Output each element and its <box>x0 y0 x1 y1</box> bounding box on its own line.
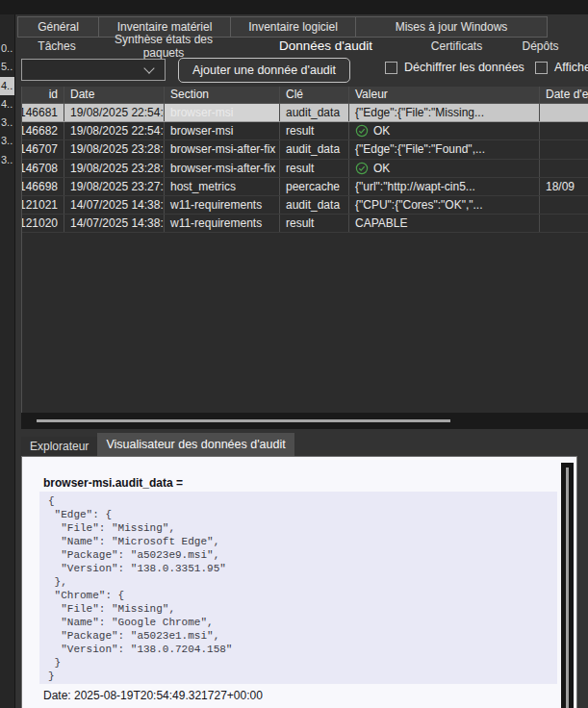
table-cell-id: 146681 <box>22 104 64 121</box>
vertical-scrollbar[interactable] <box>561 463 574 708</box>
table-cell-value: {"CPU":{"Cores":"OK","... <box>349 196 540 214</box>
table-cell-value: {"Edge":{"File":"Missing... <box>349 104 540 121</box>
table-cell-key: result <box>280 160 349 177</box>
table-cell-date: 19/08/2025 22:54:49 <box>64 122 165 139</box>
left-strip-row[interactable]: 3.. <box>0 151 14 169</box>
table-header-row: id Date Section Clé Valeur Date d'expira… <box>22 87 588 104</box>
table-cell-section: browser-msi <box>165 104 280 121</box>
left-strip-row[interactable]: 4.. <box>0 95 14 114</box>
table-row[interactable]: 12102114/07/2025 14:38:12w11-requirement… <box>22 196 588 215</box>
tab-explorateur[interactable]: Explorateur <box>21 437 97 456</box>
table-cell-key: peercache <box>280 178 349 195</box>
tab-mises-a-jour-windows[interactable]: Mises à jour Windows <box>356 16 548 38</box>
table-cell-exp <box>540 140 588 158</box>
table-cell-id: 146682 <box>22 122 64 139</box>
table-cell-value: OK <box>349 122 540 139</box>
table-row[interactable]: 14668119/08/2025 22:54:49browser-msiaudi… <box>22 104 588 122</box>
viewer-title: browser-msi.audit_data = <box>43 476 183 490</box>
horizontal-scrollbar-thumb[interactable] <box>37 419 450 422</box>
table-cell-section: host_metrics <box>165 178 280 195</box>
decrypt-data-checkbox[interactable]: Déchiffrer les données <box>385 61 524 74</box>
chevron-down-icon <box>143 63 154 73</box>
table-body: 14668119/08/2025 22:54:49browser-msiaudi… <box>22 104 588 233</box>
tab-inventaire-logiciel[interactable]: Inventaire logiciel <box>231 16 356 38</box>
table-cell-section: browser-msi-after-fix <box>165 160 280 177</box>
table-cell-section: w11-requirements <box>165 215 280 232</box>
left-strip-row[interactable]: 3.. <box>0 132 14 150</box>
table-cell-section: browser-msi <box>165 122 280 139</box>
table-cell-section: browser-msi-after-fix <box>165 140 280 158</box>
viewer-date-line: Date: 2025-08-19T20:54:49.321727+00:00 <box>43 689 263 702</box>
table-row[interactable]: 12102014/07/2025 14:38:12w11-requirement… <box>22 215 588 233</box>
table-cell-date: 19/08/2025 23:28:48 <box>64 160 165 177</box>
checkbox-icon[interactable] <box>385 62 397 74</box>
table-cell-section: w11-requirements <box>165 196 280 214</box>
column-header-date[interactable]: Date <box>64 87 165 103</box>
column-header-valeur[interactable]: Valeur <box>349 87 540 103</box>
tab-depots[interactable]: Dépôts <box>493 39 588 53</box>
tab-general[interactable]: Général <box>17 16 99 38</box>
tab-donnees-audit[interactable]: Données d'audit <box>231 38 421 53</box>
table-cell-value: {"url":"http://wapt-cin5... <box>349 178 540 195</box>
table-row[interactable]: 14670719/08/2025 23:28:48browser-msi-aft… <box>22 140 588 159</box>
audit-data-table: id Date Section Clé Valeur Date d'expira… <box>21 87 588 413</box>
table-cell-key: result <box>280 122 349 139</box>
window-top-strip <box>0 0 588 14</box>
horizontal-scrollbar[interactable] <box>21 413 588 429</box>
table-cell-id: 146707 <box>22 140 64 158</box>
column-header-cle[interactable]: Clé <box>280 87 349 103</box>
table-cell-id: 146708 <box>22 160 64 177</box>
tab-certificats[interactable]: Certificats <box>421 39 493 53</box>
tab-visualisateur-donnees-audit[interactable]: Visualisateur des données d'audit <box>97 433 294 456</box>
table-cell-exp <box>540 122 588 139</box>
table-cell-exp <box>540 104 588 121</box>
table-cell-date: 19/08/2025 22:54:49 <box>64 104 165 121</box>
table-cell-exp: 18/09 <box>540 178 588 195</box>
tab-taches[interactable]: Tâches <box>17 39 96 53</box>
table-cell-exp <box>540 196 588 214</box>
add-audit-data-button[interactable]: Ajouter une donnée d'audit <box>178 58 350 83</box>
column-header-date-expiration[interactable]: Date d'expiration <box>540 87 588 103</box>
show-checkbox-label: Afficher l <box>554 61 588 74</box>
table-cell-date: 19/08/2025 23:27:26 <box>64 178 165 195</box>
audit-filter-combobox[interactable] <box>21 59 166 81</box>
show-checkbox[interactable]: Afficher l <box>535 61 588 74</box>
left-strip-row[interactable]: 3.. <box>0 114 14 132</box>
audit-data-viewer-panel: browser-msi.audit_data = { "Edge": { "Fi… <box>21 456 577 708</box>
table-cell-id: 146698 <box>22 178 64 195</box>
table-cell-key: audit_data <box>280 196 349 214</box>
left-grid-strip: 0..5..4..4..3..3..3.. <box>0 14 15 708</box>
ok-check-icon <box>355 162 369 175</box>
table-cell-date: 14/07/2025 14:38:12 <box>64 215 165 232</box>
table-cell-date: 14/07/2025 14:38:12 <box>64 196 165 214</box>
table-cell-exp <box>540 215 588 232</box>
bottom-tab-row: Explorateur Visualisateur des données d'… <box>21 433 294 456</box>
column-header-id[interactable]: id <box>22 87 64 103</box>
table-cell-exp <box>540 160 588 177</box>
column-header-section[interactable]: Section <box>165 87 280 103</box>
table-cell-value: CAPABLE <box>349 215 540 232</box>
ok-check-icon <box>355 124 369 138</box>
table-cell-key: audit_data <box>280 104 349 121</box>
table-cell-id: 121021 <box>22 196 64 214</box>
table-cell-id: 121020 <box>22 215 64 232</box>
table-row[interactable]: 14670819/08/2025 23:28:48browser-msi-aft… <box>22 160 588 178</box>
table-cell-date: 19/08/2025 23:28:48 <box>64 140 165 158</box>
table-row[interactable]: 14669819/08/2025 23:27:26host_metricspee… <box>22 178 588 196</box>
table-row[interactable]: 14668219/08/2025 22:54:49browser-msiresu… <box>22 122 588 140</box>
vertical-scrollbar-thumb[interactable] <box>566 468 569 708</box>
checkbox-icon[interactable] <box>535 62 548 74</box>
decrypt-checkbox-label: Déchiffrer les données <box>404 61 524 74</box>
table-cell-value: OK <box>349 160 540 177</box>
table-cell-value: {"Edge":{"File":"Found",... <box>349 140 540 158</box>
viewer-json-content: { "Edge": { "File": "Missing", "Name": "… <box>39 492 557 684</box>
main-tab-row-2: Tâches Synthèse états des paquets Donnée… <box>17 36 588 56</box>
table-cell-key: audit_data <box>280 140 349 158</box>
table-cell-key: result <box>280 215 349 232</box>
audit-toolbar: Ajouter une donnée d'audit Déchiffrer le… <box>0 56 588 87</box>
